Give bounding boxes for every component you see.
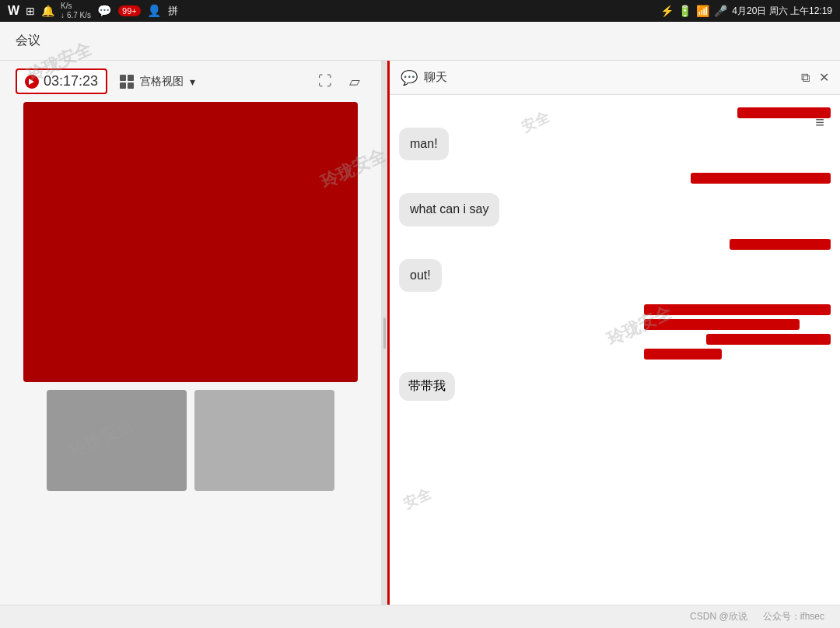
input-method-label: 拼 — [168, 4, 178, 18]
bottom-bar: CSDN @欣说 公众号：ifhsec — [0, 605, 840, 628]
controls-row: 03:17:23 宫格视图 ▾ ⛶ ▱ — [8, 68, 373, 94]
toolbar: 会议 — [0, 22, 840, 61]
siri-icon: 🎤 — [714, 5, 727, 17]
close-chat-button[interactable]: ✕ — [819, 70, 829, 85]
chat-messages: man! what can i say out! 带带我 — [390, 95, 840, 605]
redacted-bar-2 — [730, 239, 831, 250]
expand-icons: ⛶ ▱ — [314, 71, 366, 93]
chevron-down-icon: ▾ — [190, 75, 195, 88]
chat-panel: 💬 聊天 ⧉ ✕ man! what can i say — [387, 61, 840, 605]
w-app-icon: W — [8, 4, 19, 18]
user-avatar-icon: 👤 — [147, 4, 162, 18]
chat-header: 💬 聊天 ⧉ ✕ — [390, 61, 840, 95]
grid-view-icon — [120, 75, 134, 89]
main-video-tile — [23, 102, 358, 382]
left-panel: 03:17:23 宫格视图 ▾ ⛶ ▱ — [0, 61, 381, 605]
small-video-tile-1 — [47, 390, 187, 491]
datetime-label: 4月20日 周六 上午12:19 — [732, 5, 832, 18]
status-bar-right: ⚡ 🔋 📶 🎤 4月20日 周六 上午12:19 — [660, 5, 832, 18]
redacted-own-messages — [644, 304, 831, 360]
notification-icon: 🔔 — [41, 5, 54, 17]
wechat-icon: 💬 — [97, 4, 112, 18]
app-container: 会议 03:17:23 宫格视图 ▾ — [0, 22, 840, 628]
resize-handle[interactable] — [381, 61, 387, 605]
csdn-attribution: CSDN @欣说 — [690, 610, 747, 623]
status-bar-left: W ⊞ 🔔 K/s ↓ 6.7 K/s 💬 99+ 👤 拼 — [8, 2, 178, 20]
redacted-bar-1 — [691, 173, 831, 184]
small-video-row — [8, 390, 373, 491]
chat-title: 聊天 — [424, 70, 795, 85]
wechat-badge: 99+ — [118, 5, 141, 16]
multitask-icon: ⊞ — [26, 5, 35, 17]
wifi-icon: 📶 — [696, 5, 709, 17]
timer-display: 03:17:23 — [44, 73, 98, 89]
message-bubble-2: what can i say — [399, 193, 499, 226]
chat-header-actions: ⧉ ✕ — [801, 70, 829, 85]
wechat-attribution: 公众号：ifhsec — [763, 610, 824, 623]
message-bubble-3: out! — [399, 259, 442, 292]
chat-icon: 💬 — [401, 69, 418, 86]
battery-charging-icon: ⚡ — [660, 5, 674, 17]
expand-button[interactable]: ⛶ — [314, 71, 336, 93]
message-bubble-1: man! — [399, 128, 449, 160]
small-video-tile-2 — [194, 390, 334, 491]
battery-icon: 🔋 — [678, 5, 691, 17]
view-toggle[interactable]: 宫格视图 ▾ — [120, 75, 195, 89]
popout-button[interactable]: ⧉ — [801, 71, 810, 85]
network-info: K/s ↓ 6.7 K/s — [61, 2, 91, 20]
menu-button[interactable]: ≡ — [815, 114, 824, 132]
status-bar: W ⊞ 🔔 K/s ↓ 6.7 K/s 💬 99+ 👤 拼 ⚡ 🔋 📶 🎤 4月… — [0, 0, 840, 22]
view-toggle-label: 宫格视图 — [140, 75, 184, 89]
content-area: 03:17:23 宫格视图 ▾ ⛶ ▱ — [0, 61, 840, 605]
meeting-label: 会议 — [16, 33, 40, 49]
timer-play-button[interactable] — [25, 75, 39, 89]
layout-button[interactable]: ▱ — [344, 71, 366, 93]
message-bubble-4: 带带我 — [399, 372, 455, 401]
timer-box: 03:17:23 — [16, 68, 107, 94]
